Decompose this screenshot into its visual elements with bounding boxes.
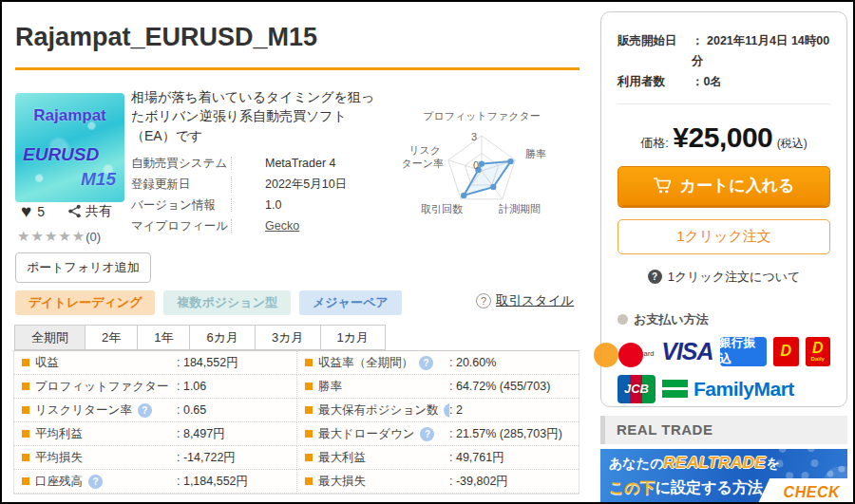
info-label: 登録更新日 xyxy=(131,177,231,193)
price-row: 価格: ¥25,000 (税込) xyxy=(618,121,830,154)
help-icon[interactable]: ? xyxy=(88,475,103,489)
page: Rajampat_EURUSD_M15 Rajampat EURUSD M15 … xyxy=(0,0,855,504)
bank-transfer-badge: 銀行振込 xyxy=(720,337,767,366)
payment-methods-title: お支払い方法 xyxy=(618,311,830,328)
radar-tick-min: 0 xyxy=(473,159,479,171)
stat-row-profit-factor: プロフィットファクター : 1.06 xyxy=(14,375,296,399)
stat-value: : 49,761円 xyxy=(449,450,504,466)
familymart-logo: FamilyMart xyxy=(662,378,794,401)
payment-logos-row1: mastercard VISA 銀行振込 D DDaily xyxy=(618,337,830,366)
bullet-icon xyxy=(305,359,313,366)
stat-label: 収益 xyxy=(35,355,59,371)
tag-multi-position[interactable]: 複数ポジション型 xyxy=(163,290,291,315)
tag-major-pair[interactable]: メジャーペア xyxy=(299,290,402,315)
radar-axis-profit-factor: プロフィットファクター xyxy=(423,110,541,121)
trade-style-link[interactable]: ? 取引スタイル xyxy=(476,292,574,309)
bullet-icon xyxy=(305,430,313,438)
help-icon: ? xyxy=(476,293,491,308)
tab-1year[interactable]: 1年 xyxy=(137,325,190,350)
share-icon xyxy=(67,204,82,218)
help-icon: ? xyxy=(648,270,662,284)
one-click-about-link[interactable]: ? 1クリック注文について xyxy=(618,269,830,286)
title-underline xyxy=(15,67,580,70)
stat-label: 平均利益 xyxy=(35,426,83,442)
product-info-list: 自動売買システム MetaTrader 4 登録更新日 2022年5月10日 バ… xyxy=(131,153,397,236)
tab-2year[interactable]: 2年 xyxy=(85,325,138,350)
thumbnail-pair-text: EURUSD xyxy=(23,144,99,165)
stat-value: : 20.60% xyxy=(449,356,496,369)
one-click-about-label: 1クリック注文について xyxy=(668,269,801,286)
add-to-cart-button[interactable]: カートに入れる xyxy=(618,166,830,206)
cart-icon xyxy=(654,177,673,195)
daily-logo: DDaily xyxy=(806,337,830,366)
one-click-order-button[interactable]: 1クリック注文 xyxy=(618,219,830,254)
bullet-icon xyxy=(305,383,313,390)
tab-all-period[interactable]: 全期間 xyxy=(14,325,86,350)
stat-label: 平均損失 xyxy=(35,450,83,466)
gear-icon xyxy=(775,449,819,481)
dot-icon xyxy=(618,314,628,325)
stat-value: : 0.65 xyxy=(177,403,206,417)
bullet-icon xyxy=(305,406,313,414)
user-count-value: ：0名 xyxy=(692,72,722,92)
stat-label: 口座残高 xyxy=(35,474,83,490)
add-portfolio-button[interactable]: ポートフォリオ追加 xyxy=(15,252,151,283)
tab-6month[interactable]: 6カ月 xyxy=(189,325,256,350)
stat-row-max-drawdown: 最大ドローダウン? : 21.57% (285,703円) xyxy=(296,422,579,446)
info-row-profile: マイプロフィール Gecko xyxy=(131,215,397,236)
stat-row-max-positions: 最大保有ポジション数? : 2 xyxy=(296,399,579,422)
tag-day-trading[interactable]: デイトレーディング xyxy=(15,290,155,315)
help-icon[interactable]: ? xyxy=(419,356,433,370)
radar-axis-risk-return: リスク ターン率 xyxy=(401,144,444,169)
stat-value: : -39,802円 xyxy=(449,474,508,490)
bullet-icon xyxy=(22,359,29,366)
stat-label: プロフィットファクター xyxy=(35,379,168,395)
info-value: 2022年5月10日 xyxy=(231,177,347,193)
help-icon[interactable]: ? xyxy=(420,427,434,441)
share-button[interactable]: 共有 xyxy=(67,203,112,220)
like-heart-icon[interactable]: ♥ xyxy=(21,202,31,220)
stat-label: 最大損失 xyxy=(318,474,366,490)
share-label: 共有 xyxy=(86,203,112,220)
radar-tick-max: 3 xyxy=(471,131,477,142)
payment-logos-row2: JCB FamilyMart xyxy=(618,375,830,403)
info-value: MetaTrader 4 xyxy=(231,157,336,170)
tab-1month[interactable]: 1カ月 xyxy=(320,325,387,350)
stat-label: 最大ドローダウン xyxy=(318,426,414,442)
price-label: 価格: xyxy=(640,136,669,150)
stat-row-avg-loss: 平均損失 : -14,722円 xyxy=(14,446,296,470)
stat-label: 勝率 xyxy=(318,379,342,395)
real-trade-banner[interactable]: あなたのREALTRADEを この下に設定する方法 CHECK xyxy=(600,449,847,504)
stat-value: : 21.57% (285,703円) xyxy=(449,426,562,442)
period-tabs: 全期間 2年 1年 6カ月 3カ月 1カ月 xyxy=(14,325,386,350)
product-description: 相場が落ち着いているタイミングを狙ったボリバン逆張り系自動売買ソフト（EA）です xyxy=(131,87,380,145)
help-icon[interactable]: ? xyxy=(138,403,152,418)
like-count: 5 xyxy=(37,204,45,219)
payment-methods-label: お支払い方法 xyxy=(634,311,709,328)
product-thumbnail: Rajampat EURUSD M15 xyxy=(15,93,124,202)
stat-row-max-profit: 最大利益 : 49,761円 xyxy=(296,446,579,470)
info-row-system: 自動売買システム MetaTrader 4 xyxy=(131,153,397,174)
bullet-icon xyxy=(22,477,29,485)
stat-value: : 2 xyxy=(449,403,463,417)
trade-style-label: 取引スタイル xyxy=(496,292,574,309)
mastercard-logo: mastercard xyxy=(618,343,655,360)
purchase-card: 販売開始日 ： 2021年11月4日 14時00分 利用者数 ：0名 価格: ¥… xyxy=(600,11,847,407)
bullet-icon xyxy=(22,430,29,438)
real-trade-section-title: REAL TRADE xyxy=(600,416,847,444)
add-to-cart-label: カートに入れる xyxy=(680,175,795,196)
stat-value: : 64.72% (455/703) xyxy=(449,380,550,393)
familymart-label: FamilyMart xyxy=(694,378,794,401)
info-label: 自動売買システム xyxy=(131,156,231,172)
user-count-label: 利用者数 xyxy=(618,72,692,92)
daily-yamazaki-logo: D xyxy=(773,337,798,366)
radar-axis-win-rate: 勝率 xyxy=(525,148,546,159)
seller-profile-link[interactable]: Gecko xyxy=(231,219,299,233)
stat-row-avg-profit: 平均利益 : 8,497円 xyxy=(14,422,296,446)
stat-row-return-rate: 収益率（全期間）? : 20.60% xyxy=(296,351,579,375)
radar-data-polygon xyxy=(464,161,510,196)
tab-3month[interactable]: 3カ月 xyxy=(255,325,321,350)
thumbnail-title-text: Rajampat xyxy=(15,106,124,125)
banner-line2: この下に設定する方法 xyxy=(609,478,763,498)
release-date-row: 販売開始日 ： 2021年11月4日 14時00分 xyxy=(618,31,830,72)
